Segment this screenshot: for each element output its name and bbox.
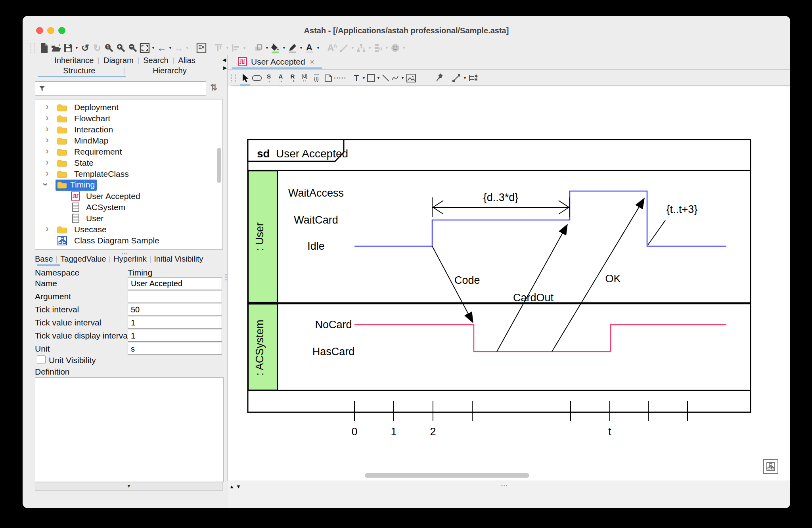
pushpin-tool-icon[interactable] bbox=[433, 72, 445, 84]
line-tool-icon[interactable] bbox=[381, 72, 391, 84]
emoticon-dropdown-icon[interactable]: ▼ bbox=[401, 46, 406, 50]
chevron-right-icon[interactable]: › bbox=[46, 101, 49, 112]
tree-row[interactable]: User bbox=[35, 213, 222, 224]
diagram-tab[interactable]: User Accepted × bbox=[238, 57, 314, 67]
duration-constraint[interactable]: {d..3*d} bbox=[432, 191, 570, 217]
tick-value-display-interval-field[interactable] bbox=[128, 330, 222, 342]
definition-textarea[interactable] bbox=[35, 377, 224, 482]
polyline-tool-dropdown-icon[interactable]: ▼ bbox=[462, 76, 467, 80]
note-tool-icon[interactable] bbox=[322, 72, 334, 84]
text-tool-dropdown-icon[interactable]: ▼ bbox=[361, 76, 366, 80]
chevron-down-icon[interactable]: › bbox=[40, 183, 51, 186]
align-horizontal-dropdown-icon[interactable]: ▼ bbox=[242, 46, 247, 50]
tab-initial-visibility[interactable]: Initial Visibility bbox=[154, 254, 203, 264]
message-ok[interactable] bbox=[552, 199, 644, 352]
diagram-overview-button[interactable] bbox=[763, 459, 778, 474]
forward-dropdown-icon[interactable]: ▼ bbox=[185, 46, 190, 50]
forward-icon[interactable]: → bbox=[173, 42, 185, 54]
undo-icon[interactable]: ↺ bbox=[79, 42, 91, 54]
fill-color-icon[interactable] bbox=[270, 42, 282, 54]
tick-value-interval-field[interactable] bbox=[128, 317, 222, 329]
time-constraint-tool-icon[interactable]: {t} bbox=[310, 72, 322, 84]
chevron-right-icon[interactable]: › bbox=[46, 223, 49, 234]
chevron-right-icon[interactable]: › bbox=[46, 123, 49, 134]
zoom-in-icon[interactable] bbox=[115, 42, 127, 54]
partial-layout-icon[interactable] bbox=[372, 42, 384, 54]
fill-color-dropdown-icon[interactable]: ▼ bbox=[282, 46, 287, 50]
tab-alias[interactable]: Alias bbox=[178, 56, 195, 65]
tab-inheritance[interactable]: Inheritance bbox=[54, 56, 94, 65]
align-horizontal-icon[interactable] bbox=[230, 42, 242, 54]
tab-base[interactable]: Base bbox=[35, 254, 53, 264]
acsystem-timeline[interactable] bbox=[354, 325, 726, 352]
tab-search[interactable]: Search bbox=[143, 56, 168, 65]
zoom-fit-icon[interactable] bbox=[139, 42, 151, 54]
panel-collapse-button[interactable]: ▼ bbox=[35, 482, 223, 491]
tree-row[interactable]: › Usecase bbox=[35, 224, 222, 235]
message-cardout[interactable] bbox=[497, 225, 567, 352]
curve-tool-dropdown-icon[interactable]: ▼ bbox=[400, 76, 405, 80]
close-tab-icon[interactable]: × bbox=[310, 57, 315, 67]
depth-arrange-dropdown-icon[interactable]: ▼ bbox=[264, 46, 270, 50]
toolbar-drag-handle[interactable] bbox=[31, 43, 35, 53]
diagram-canvas[interactable]: sd User Accepted : User : ACSystem WaitA… bbox=[228, 86, 790, 480]
tick-interval-field[interactable] bbox=[128, 304, 222, 316]
align-vertical-icon[interactable] bbox=[213, 42, 225, 54]
font-color-icon[interactable]: A bbox=[304, 42, 316, 54]
rect-tool-icon[interactable] bbox=[366, 72, 376, 84]
zoom-fit-dropdown-icon[interactable]: ▼ bbox=[151, 46, 156, 50]
line-color-icon[interactable] bbox=[287, 42, 299, 54]
sort-icon[interactable]: ⇅ bbox=[210, 82, 217, 93]
tree-row[interactable]: › State bbox=[35, 157, 222, 168]
filter-input[interactable] bbox=[49, 83, 206, 94]
tab-scroll-right-icon[interactable]: ▶ bbox=[223, 65, 227, 71]
tree-row-selected[interactable]: › Timing bbox=[35, 180, 222, 191]
emoticon-icon[interactable] bbox=[389, 42, 401, 54]
lifeline-tool-icon[interactable] bbox=[251, 72, 263, 84]
reply-message-tool-icon[interactable]: R⇢ bbox=[287, 72, 299, 84]
toolbar-drag-handle[interactable] bbox=[231, 74, 236, 82]
rect-tool-dropdown-icon[interactable]: ▼ bbox=[376, 76, 381, 80]
chevron-right-icon[interactable]: › bbox=[46, 145, 49, 157]
restore-pane-down-icon[interactable]: ▼ bbox=[236, 484, 241, 490]
tree-row[interactable]: › Flowchart bbox=[35, 113, 222, 124]
tab-structure[interactable]: Structure bbox=[63, 66, 95, 75]
chevron-right-icon[interactable]: › bbox=[46, 157, 49, 168]
depth-arrange-icon[interactable] bbox=[253, 42, 264, 54]
curve-tool-icon[interactable] bbox=[391, 72, 400, 84]
zoom-actual-size-icon[interactable]: 1 bbox=[103, 42, 115, 54]
chevron-right-icon[interactable]: › bbox=[46, 134, 49, 145]
partial-layout-dropdown-icon[interactable]: ▼ bbox=[384, 46, 389, 50]
tab-hyperlink[interactable]: Hyperlink bbox=[113, 254, 146, 264]
restore-pane-up-icon[interactable]: ▲ bbox=[229, 484, 234, 490]
polyline-tool-icon[interactable] bbox=[450, 72, 462, 84]
time-constraint[interactable]: {t..t+3} bbox=[648, 203, 697, 245]
save-dropdown-icon[interactable]: ▼ bbox=[74, 46, 79, 50]
hierarchy-layout-icon[interactable] bbox=[355, 42, 367, 54]
sync-message-tool-icon[interactable]: S→ bbox=[263, 72, 275, 84]
tree-row[interactable]: ACSystem bbox=[35, 202, 222, 213]
unit-field[interactable] bbox=[128, 343, 222, 355]
bottom-splitter-handle[interactable]: ⋯ bbox=[501, 481, 508, 490]
tree-row[interactable]: User Accepted bbox=[35, 191, 222, 202]
text-tool-icon[interactable]: T bbox=[352, 72, 361, 84]
anchor-tool-icon[interactable]: ····· bbox=[334, 72, 346, 84]
map-view-icon[interactable] bbox=[195, 42, 207, 54]
save-icon[interactable] bbox=[62, 42, 74, 54]
line-color-dropdown-icon[interactable]: ▼ bbox=[299, 46, 304, 50]
zoom-out-icon[interactable] bbox=[127, 42, 139, 54]
image-tool-icon[interactable] bbox=[405, 72, 417, 84]
align-vertical-dropdown-icon[interactable]: ▼ bbox=[225, 46, 230, 50]
redo-icon[interactable]: ↻ bbox=[91, 42, 103, 54]
tab-taggedvalue[interactable]: TaggedValue bbox=[60, 254, 106, 264]
tree-row[interactable]: › TemplateClass bbox=[35, 168, 222, 180]
selected-tree-item[interactable]: Timing bbox=[56, 180, 97, 191]
unit-visibility-checkbox[interactable] bbox=[37, 355, 46, 364]
user-timeline[interactable] bbox=[354, 191, 726, 246]
async-message-tool-icon[interactable]: A→ bbox=[275, 72, 287, 84]
chevron-right-icon[interactable]: › bbox=[46, 168, 49, 179]
name-field[interactable] bbox=[128, 277, 222, 289]
tab-diagram[interactable]: Diagram bbox=[103, 56, 134, 65]
hierarchy-layout-dropdown-icon[interactable]: ▼ bbox=[367, 46, 372, 50]
back-dropdown-icon[interactable]: ▼ bbox=[168, 46, 173, 50]
